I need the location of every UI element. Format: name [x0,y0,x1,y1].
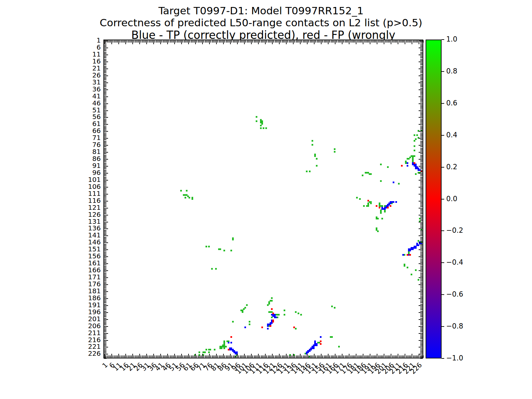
axis-tick [401,40,401,43]
axis-tick [327,355,327,358]
axis-tick [262,355,263,358]
axis-tick [104,309,106,310]
axis-tick [104,155,106,156]
axis-tick [104,117,108,118]
axis-tick [420,179,423,179]
axis-tick [104,263,108,264]
axis-tick [420,135,423,136]
axis-tick [420,85,423,86]
axis-tick [104,286,106,286]
axis-tick [420,265,423,265]
axis-tick [104,68,108,69]
axis-tick [278,355,278,358]
axis-tick [104,148,106,149]
axis-tick [420,220,423,221]
axis-tick [104,332,106,332]
axis-tick [420,66,423,66]
axis-tick [394,355,394,358]
axis-tick [321,40,322,44]
axis-tick [216,40,217,44]
axis-tick [331,40,332,43]
y-tick-label: 201 [77,316,101,322]
axis-tick [375,40,376,43]
axis-tick [420,40,421,43]
axis-tick [373,355,373,358]
axis-tick [420,216,423,217]
axis-tick [104,289,106,289]
axis-tick [104,293,106,293]
axis-tick [104,145,108,146]
y-tick-label: 126 [77,211,101,218]
axis-tick [104,238,106,239]
axis-tick [174,40,175,44]
axis-tick [310,355,311,358]
axis-tick [155,355,155,358]
axis-tick [283,40,284,43]
y-tick-label: 46 [77,100,101,106]
axis-tick [180,355,181,358]
axis-tick [416,355,417,358]
axis-tick [104,173,108,174]
axis-tick [104,240,106,240]
contact-cell-fp [409,254,411,256]
axis-tick [104,256,108,257]
axis-tick [420,203,423,204]
y-tick-label: 146 [77,239,101,245]
axis-tick [420,316,423,317]
contact-cell-fn [306,171,308,172]
axis-tick [420,336,423,336]
axis-tick [104,301,106,302]
axis-tick [125,354,126,358]
axis-tick [132,40,133,44]
axis-tick [420,352,423,353]
axis-tick [104,277,108,278]
contact-cell-fn [199,351,200,353]
axis-tick [254,355,255,358]
axis-tick [419,277,423,278]
contact-cell-fn [377,230,379,232]
axis-tick [265,40,266,44]
y-tick-label: 211 [77,330,101,336]
axis-tick [366,355,366,358]
axis-tick [304,355,305,358]
axis-tick [104,105,106,105]
axis-tick [190,40,190,43]
axis-tick [149,40,150,43]
axis-tick [104,206,106,207]
axis-tick [420,251,423,251]
contact-cell-fn [331,306,333,307]
axis-tick [364,355,365,358]
axis-tick [420,357,423,357]
axis-tick [227,355,228,358]
axis-tick [420,315,423,316]
axis-tick [420,200,423,200]
axis-tick [104,307,106,307]
axis-tick [420,247,423,247]
y-tick-label: 141 [77,232,101,238]
axis-tick [419,333,423,334]
axis-tick [419,82,423,83]
axis-tick [420,217,423,218]
axis-tick [276,355,277,358]
axis-tick [420,308,423,309]
axis-tick [104,112,106,112]
axis-tick [186,40,186,43]
axis-tick [226,40,227,43]
axis-tick [104,57,106,58]
axis-tick [420,195,423,196]
axis-tick [420,105,423,105]
axis-tick [349,354,349,358]
axis-tick [104,241,106,242]
colorbar-tick [442,39,444,40]
axis-tick [201,40,201,43]
axis-tick [419,222,423,222]
contact-cell-fn [242,311,243,313]
axis-tick [384,40,384,44]
contact-cell-tp [230,342,232,343]
axis-tick [183,40,183,43]
axis-tick [352,40,352,43]
axis-tick [329,355,330,358]
axis-tick [315,40,316,43]
axis-tick [104,265,106,265]
axis-tick [104,287,106,288]
